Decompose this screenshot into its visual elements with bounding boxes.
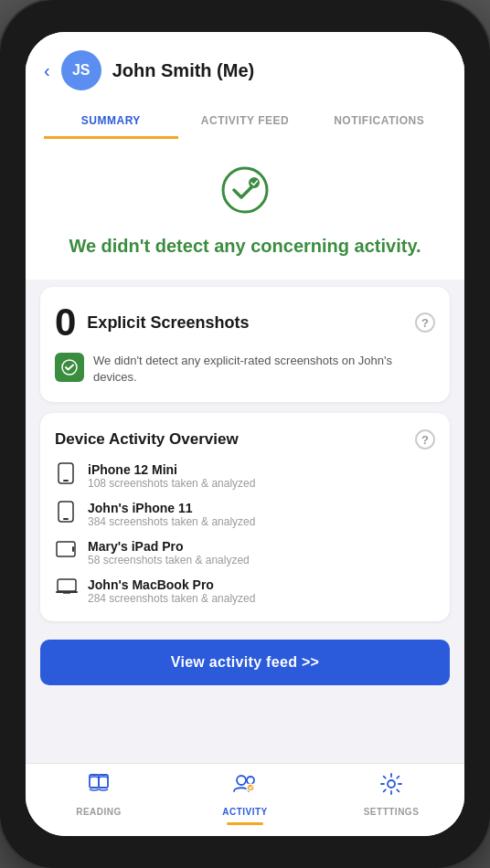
svg-point-16 [247,784,254,791]
activity-label: ACTIVITY [222,807,268,817]
svg-point-17 [388,780,395,788]
svg-rect-9 [58,579,76,591]
iphone12mini-icon [55,462,77,490]
explicit-count-row: 0 Explicit Screenshots [55,303,249,342]
device-list: iPhone 12 Mini 108 screenshots taken & a… [55,462,435,605]
active-underline [227,822,263,825]
device-activity-header: Device Activity Overview ? [55,429,435,450]
reading-label: READING [76,807,122,817]
svg-rect-4 [63,480,69,482]
success-message: We didn't detect any concerning activity… [44,234,446,258]
avatar: JS [61,50,101,90]
main-content: We didn't detect any concerning activity… [26,139,464,763]
phone-frame: ‹ JS John Smith (Me) SUMMARY ACTIVITY FE… [0,0,490,868]
svg-rect-8 [72,546,74,552]
nav-item-reading[interactable]: READING [26,771,172,825]
back-button[interactable]: ‹ [44,60,50,81]
bottom-nav: READING ACTIVITY [26,763,464,836]
header: ‹ JS John Smith (Me) SUMMARY ACTIVITY FE… [26,32,464,139]
activity-icon [232,771,258,803]
svg-rect-10 [56,591,78,593]
success-section: We didn't detect any concerning activity… [26,139,464,280]
settings-icon [378,771,404,803]
device-sub: 108 screenshots taken & analyzed [88,477,255,490]
device-info: John's iPhone 11 384 screenshots taken &… [88,501,255,528]
ipad-icon [55,539,77,563]
screen-content: ‹ JS John Smith (Me) SUMMARY ACTIVITY FE… [26,32,464,836]
header-top: ‹ JS John Smith (Me) [44,50,446,90]
iphone11-icon [55,501,77,528]
explicit-screenshots-card: 0 Explicit Screenshots ? We didn't de [40,287,450,402]
settings-label: SETTTINGS [364,807,420,817]
device-help-icon[interactable]: ? [415,429,435,450]
tab-activity-feed[interactable]: ACTIVITY FEED [178,105,313,139]
view-activity-feed-button[interactable]: View activity feed >> [40,640,450,685]
device-item: Mary's iPad Pro 58 screenshots taken & a… [55,539,435,566]
device-name: iPhone 12 Mini [88,462,255,477]
detail-check-icon [55,353,84,382]
tab-notifications[interactable]: NOTIFICATIONS [312,105,446,139]
device-item: John's iPhone 11 384 screenshots taken &… [55,501,435,528]
device-info: iPhone 12 Mini 108 screenshots taken & a… [88,462,255,490]
device-sub: 58 screenshots taken & analyzed [88,554,250,566]
device-info: John's MacBook Pro 284 screenshots taken… [88,577,255,605]
device-activity-title: Device Activity Overview [55,430,239,449]
device-name: John's MacBook Pro [88,577,255,592]
view-btn-wrapper: View activity feed >> [26,632,464,700]
svg-point-1 [249,177,260,188]
svg-rect-6 [63,518,69,520]
device-activity-card: Device Activity Overview ? [40,413,450,621]
tab-summary[interactable]: SUMMARY [44,105,178,139]
svg-rect-11 [63,593,70,594]
nav-item-settings[interactable]: SETTTINGS [318,771,464,825]
device-item: John's MacBook Pro 284 screenshots taken… [55,577,435,605]
tabs: SUMMARY ACTIVITY FEED NOTIFICATIONS [44,105,446,139]
explicit-detail-text: We didn't detect any explicit-rated scre… [93,353,435,386]
phone-screen: ‹ JS John Smith (Me) SUMMARY ACTIVITY FE… [26,32,464,836]
device-sub: 384 screenshots taken & analyzed [88,515,255,528]
user-name: John Smith (Me) [112,60,255,81]
device-info: Mary's iPad Pro 58 screenshots taken & a… [88,539,250,566]
reading-icon [86,771,112,803]
device-name: Mary's iPad Pro [88,539,250,554]
explicit-header: 0 Explicit Screenshots ? [55,303,435,342]
device-name: John's iPhone 11 [88,501,255,515]
svg-point-0 [223,168,267,212]
svg-point-14 [237,776,246,785]
device-sub: 284 screenshots taken & analyzed [88,592,255,605]
check-icon [44,166,446,223]
explicit-count: 0 [55,303,76,342]
help-icon[interactable]: ? [415,312,435,333]
macbook-icon [55,577,77,601]
device-item: iPhone 12 Mini 108 screenshots taken & a… [55,462,435,490]
nav-item-activity[interactable]: ACTIVITY [172,771,318,825]
explicit-detail: We didn't detect any explicit-rated scre… [55,353,435,386]
explicit-label: Explicit Screenshots [87,313,249,333]
svg-point-15 [247,777,254,784]
